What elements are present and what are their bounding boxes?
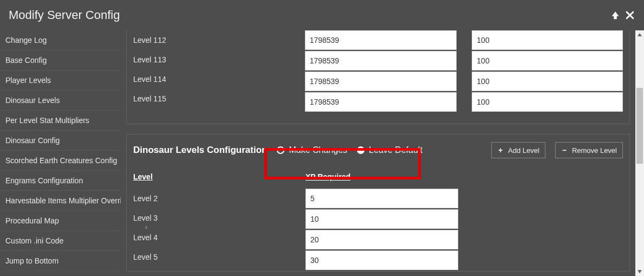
- sidebar-item-label: Jump to Bottom: [5, 256, 58, 265]
- sidebar-item-label: Scorched Earth Creatures Config: [5, 156, 117, 165]
- points-column: 100 100 100 100: [472, 30, 623, 113]
- remove-level-button[interactable]: − Remove Level: [555, 142, 623, 158]
- leave-default-radio[interactable]: Leave Default: [357, 145, 422, 155]
- points-value: 100: [477, 56, 489, 65]
- level-label: Level 113: [133, 55, 166, 64]
- sidebar-item-dinosaur-levels[interactable]: Dinosaur Levels: [0, 91, 121, 111]
- xp-input[interactable]: 5: [305, 189, 458, 208]
- level-row: Level 114: [133, 69, 290, 89]
- sidebar-item-scorched-earth[interactable]: Scorched Earth Creatures Config: [0, 151, 121, 171]
- level-row: Level 4: [133, 228, 290, 247]
- level-label: Level 112: [133, 36, 166, 44]
- minus-icon: −: [561, 146, 568, 155]
- sidebar-item-label: Change Log: [5, 36, 47, 44]
- sidebar-item-dinosaur-config[interactable]: Dinosaur Config: [0, 131, 121, 151]
- radio-dot-icon: [357, 146, 365, 154]
- dino-section-header: Dinosaur Levels Configuration Make Chang…: [126, 134, 630, 166]
- xp-value: 30: [310, 256, 319, 265]
- sidebar-item-label: Engrams Configuration: [5, 176, 83, 185]
- scroll-up-button[interactable]: [635, 30, 644, 39]
- level-row: Level 115: [133, 89, 290, 108]
- sidebar-item-label: Procedural Map: [5, 216, 59, 225]
- sidebar-item-per-level-stat[interactable]: Per Level Stat Multipliers: [0, 111, 121, 131]
- sidebar-item-engrams[interactable]: Engrams Configuration: [0, 171, 121, 191]
- window-title: Modify Server Config: [9, 8, 120, 22]
- scrollbar-track[interactable]: [635, 39, 644, 267]
- level-label: Level 5: [133, 253, 158, 261]
- dino-section-title: Dinosaur Levels Configuration: [133, 145, 267, 156]
- add-level-button[interactable]: + Add Level: [491, 142, 545, 158]
- sidebar-item-change-log[interactable]: Change Log: [0, 30, 121, 50]
- level-label: Level 114: [133, 75, 166, 84]
- sidebar-item-label: Dinosaur Levels: [5, 96, 60, 105]
- level-row: Level 112: [133, 30, 290, 50]
- sidebar-item-label: Player Levels: [5, 76, 51, 85]
- scrollbar-thumb[interactable]: [636, 88, 643, 164]
- config-mode-radio-group: Make Changes Leave Default: [277, 145, 422, 155]
- jump-to-bottom[interactable]: Jump to Bottom: [0, 251, 121, 271]
- dino-panel-body: Level Level 2 Level 3› Level 4 Level 5 X…: [126, 166, 630, 272]
- sidebar-item-procedural-map[interactable]: Procedural Map: [0, 211, 121, 231]
- sidebar-item-label: Base Config: [5, 56, 47, 65]
- dino-level-column: Level Level 2 Level 3› Level 4 Level 5: [133, 172, 290, 271]
- xp-value: 1798539: [310, 36, 340, 44]
- points-input[interactable]: 100: [472, 30, 623, 50]
- points-input[interactable]: 100: [472, 72, 623, 91]
- xp-value: 10: [310, 215, 319, 223]
- radio-label: Make Changes: [289, 145, 347, 155]
- xp-column: 1798539 1798539 1798539 1798539: [305, 30, 457, 113]
- button-label: Add Level: [508, 146, 539, 155]
- xp-input[interactable]: 30: [305, 251, 458, 270]
- xp-input[interactable]: 1798539: [305, 30, 457, 50]
- button-label: Remove Level: [572, 146, 617, 155]
- scroll-area: Level 112 Level 113 Level 114 Level 115 …: [121, 30, 635, 276]
- player-levels-panel: Level 112 Level 113 Level 114 Level 115 …: [126, 30, 630, 124]
- xp-value: 1798539: [310, 77, 340, 86]
- close-icon[interactable]: [625, 10, 635, 21]
- points-value: 100: [477, 98, 489, 106]
- sidebar-item-harvestable[interactable]: Harvestable Items Multiplier Overrides: [0, 191, 121, 211]
- sidebar-item-label: Per Level Stat Multipliers: [5, 116, 89, 125]
- xp-input[interactable]: 1798539: [305, 72, 457, 91]
- level-column: Level 112 Level 113 Level 114 Level 115: [133, 30, 290, 113]
- sidebar-item-custom-ini[interactable]: Custom .ini Code: [0, 231, 121, 251]
- level-label: Level 2: [133, 194, 158, 203]
- main: Level 112 Level 113 Level 114 Level 115 …: [121, 30, 644, 276]
- xp-input[interactable]: 1798539: [305, 51, 457, 70]
- xp-input[interactable]: 1798539: [305, 92, 457, 112]
- xp-input[interactable]: 20: [305, 230, 458, 249]
- sidebar-item-label: Custom .ini Code: [5, 236, 63, 245]
- points-input[interactable]: 100: [472, 51, 623, 70]
- body: Change Log Base Config Player Levels Din…: [0, 30, 644, 276]
- vertical-scrollbar[interactable]: [635, 30, 644, 276]
- points-value: 100: [477, 77, 489, 86]
- make-changes-radio[interactable]: Make Changes: [277, 145, 347, 155]
- level-label: Level 3: [133, 214, 158, 222]
- points-value: 100: [477, 36, 489, 44]
- level-row: Level 3›: [133, 208, 290, 228]
- sidebar-item-label: Dinosaur Config: [5, 136, 60, 145]
- level-label: Level 4: [133, 233, 158, 242]
- sidebar-item-player-levels[interactable]: Player Levels: [0, 70, 121, 91]
- xp-value: 5: [310, 194, 315, 203]
- level-row: Level 5: [133, 247, 290, 267]
- sidebar-item-label: Harvestable Items Multiplier Overrides: [5, 196, 134, 205]
- level-row: Level 113: [133, 50, 290, 69]
- xp-header: XP Required: [305, 172, 458, 181]
- sidebar-item-base-config[interactable]: Base Config: [0, 50, 121, 70]
- window: Modify Server Config Change Log Base Con…: [0, 0, 644, 276]
- scroll-down-button[interactable]: [635, 267, 644, 276]
- plus-icon: +: [497, 146, 504, 155]
- xp-value: 1798539: [310, 98, 340, 106]
- collapse-up-icon[interactable]: [609, 9, 621, 21]
- xp-value: 1798539: [310, 56, 340, 65]
- radio-dot-icon: [277, 146, 284, 154]
- level-header: Level: [133, 172, 290, 181]
- sidebar: Change Log Base Config Player Levels Din…: [0, 30, 121, 276]
- level-row: Level 2: [133, 189, 290, 208]
- xp-input[interactable]: 10: [305, 209, 458, 229]
- dino-xp-column: XP Required 5 10 20 30: [305, 172, 458, 271]
- points-input[interactable]: 100: [472, 92, 623, 112]
- level-label: Level 115: [133, 94, 166, 103]
- titlebar: Modify Server Config: [0, 0, 644, 30]
